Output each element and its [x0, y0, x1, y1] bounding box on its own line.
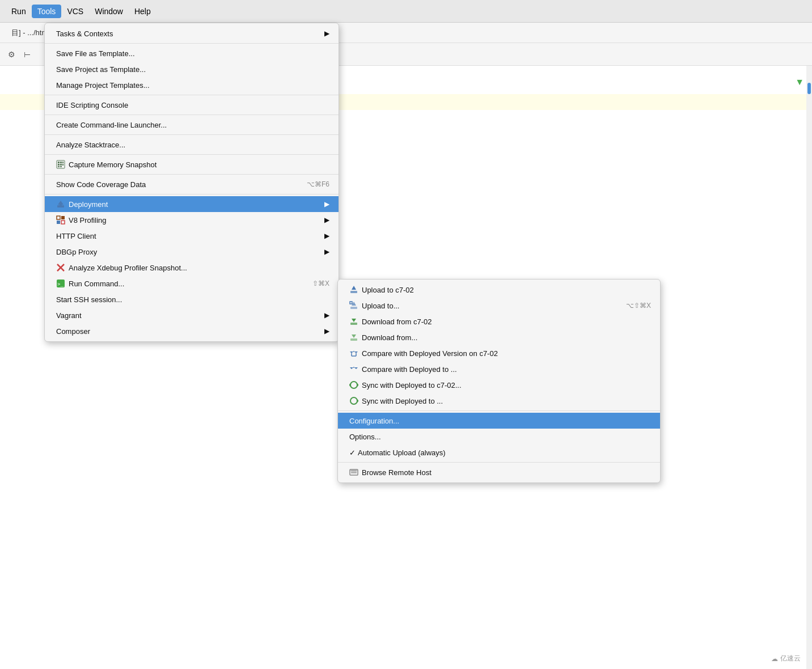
menu-item-sync-deployed-to[interactable]: Sync with Deployed to ...: [338, 393, 660, 409]
save-file-template-label: Save File as Template...: [56, 49, 135, 58]
scrollbar-right[interactable]: [806, 66, 812, 669]
watermark-text: 亿速云: [780, 654, 801, 663]
show-code-coverage-label: Show Code Coverage Data: [56, 180, 146, 189]
v8-profiling-arrow: ▶: [324, 216, 329, 224]
svg-rect-7: [58, 166, 60, 167]
toolbar-gear-icon[interactable]: ⚙: [5, 48, 18, 61]
menu-item-composer[interactable]: Composer ▶: [45, 323, 339, 339]
browse-remote-host-icon: [349, 468, 358, 477]
menu-item-manage-project-templates[interactable]: Manage Project Templates...: [45, 77, 339, 93]
v8-profiling-label: V8 Profiling: [69, 216, 106, 225]
menu-tools[interactable]: Tools: [32, 5, 62, 18]
menu-item-analyze-stacktrace[interactable]: Analyze Stacktrace...: [45, 137, 339, 153]
svg-rect-24: [350, 302, 352, 304]
svg-rect-8: [60, 166, 62, 167]
separator-1: [45, 43, 339, 44]
menu-item-tasks-contexts[interactable]: Tasks & Contexts ▶: [45, 26, 339, 41]
menu-item-capture-memory-snapshot[interactable]: Capture Memory Snapshot: [45, 156, 339, 172]
svg-marker-15: [61, 221, 65, 224]
svg-rect-1: [58, 162, 60, 163]
svg-rect-20: [350, 291, 357, 293]
menu-item-browse-remote-host[interactable]: Browse Remote Host: [338, 464, 660, 480]
separator-2: [45, 95, 339, 95]
menu-help[interactable]: Help: [129, 5, 157, 18]
svg-rect-45: [350, 469, 358, 471]
run-command-label: Run Command...: [69, 280, 124, 288]
menu-item-deployment[interactable]: Deployment ▶: [45, 196, 339, 212]
scroll-thumb[interactable]: [807, 83, 811, 94]
menu-run[interactable]: Run: [6, 5, 32, 18]
menu-item-upload-to[interactable]: Upload to... ⌥⇧⌘X: [338, 298, 660, 314]
menu-item-upload-c7-02[interactable]: Upload to c7-02: [338, 282, 660, 298]
compare-deployed-to-icon: [349, 365, 358, 374]
http-client-arrow: ▶: [324, 232, 329, 240]
menu-item-save-file-template[interactable]: Save File as Template...: [45, 45, 339, 61]
browse-remote-host-label: Browse Remote Host: [362, 468, 432, 477]
menu-item-http-client[interactable]: HTTP Client ▶: [45, 228, 339, 244]
tasks-contexts-label: Tasks & Contexts: [56, 29, 113, 38]
menu-item-save-project-template[interactable]: Save Project as Template...: [45, 61, 339, 77]
upload-c7-02-label: Upload to c7-02: [362, 286, 414, 294]
menu-window[interactable]: Window: [89, 5, 129, 18]
run-command-shortcut: ⇧⌘X: [312, 280, 329, 287]
memory-snapshot-icon: [56, 160, 65, 169]
svg-marker-37: [354, 367, 358, 369]
deployment-arrow: ▶: [324, 200, 329, 208]
composer-label: Composer: [56, 327, 90, 336]
menu-item-create-cmdline-launcher[interactable]: Create Command-line Launcher...: [45, 117, 339, 133]
menu-item-ide-scripting-console[interactable]: IDE Scripting Console: [45, 97, 339, 113]
capture-memory-snapshot-label: Capture Memory Snapshot: [69, 160, 157, 169]
separator-6: [45, 174, 339, 175]
show-code-coverage-shortcut: ⌥⌘F6: [307, 180, 329, 188]
sync-deployed-c7-02-icon: [349, 380, 358, 389]
create-cmdline-launcher-label: Create Command-line Launcher...: [56, 121, 167, 129]
start-ssh-session-label: Start SSH session...: [56, 295, 122, 304]
svg-marker-13: [61, 216, 65, 219]
menu-item-compare-deployed-to[interactable]: Compare with Deployed to ...: [338, 361, 660, 377]
menu-item-run-command[interactable]: >_ Run Command... ⇧⌘X: [45, 276, 339, 291]
svg-rect-44: [351, 472, 357, 473]
upload-to-label: Upload to...: [362, 302, 400, 310]
analyze-stacktrace-label: Analyze Stacktrace...: [56, 141, 125, 149]
composer-arrow: ▶: [324, 327, 329, 335]
upload-to-icon: [349, 301, 358, 310]
svg-marker-26: [352, 319, 356, 322]
upload-to-shortcut: ⌥⇧⌘X: [626, 302, 651, 310]
watermark: ☁ 亿速云: [771, 654, 801, 663]
menu-item-start-ssh-session[interactable]: Start SSH session...: [45, 291, 339, 307]
separator-5: [45, 154, 339, 155]
menu-item-v8-profiling[interactable]: V8 Profiling ▶: [45, 212, 339, 228]
svg-marker-36: [350, 367, 353, 369]
download-from-c7-02-label: Download from c7-02: [362, 317, 432, 326]
menu-item-vagrant[interactable]: Vagrant ▶: [45, 307, 339, 323]
menu-item-dbgp-proxy[interactable]: DBGp Proxy ▶: [45, 244, 339, 260]
sync-deployed-c7-02-label: Sync with Deployed to c7-02...: [362, 381, 462, 389]
deployment-label: Deployment: [69, 200, 108, 209]
v8-profiling-icon: [56, 215, 65, 225]
svg-rect-5: [60, 164, 62, 166]
menu-item-download-from-c7-02[interactable]: Download from c7-02: [338, 314, 660, 329]
svg-text:>_: >_: [57, 281, 64, 287]
sync-deployed-to-label: Sync with Deployed to ...: [362, 397, 443, 405]
menu-item-compare-deployed-c7-02[interactable]: Compare with Deployed Version on c7-02: [338, 345, 660, 361]
menu-item-sync-deployed-c7-02[interactable]: Sync with Deployed to c7-02...: [338, 377, 660, 393]
svg-marker-21: [352, 286, 356, 290]
svg-marker-14: [57, 221, 60, 224]
menu-item-analyze-xdebug[interactable]: Analyze Xdebug Profiler Snapshot...: [45, 260, 339, 276]
save-project-template-label: Save Project as Template...: [56, 65, 146, 74]
menu-item-show-code-coverage[interactable]: Show Code Coverage Data ⌥⌘F6: [45, 176, 339, 192]
tools-dropdown-menu: Tasks & Contexts ▶ Save File as Template…: [44, 23, 339, 342]
menu-item-download-from[interactable]: Download from...: [338, 329, 660, 345]
toolbar-arrow-icon[interactable]: ⊢: [20, 48, 34, 61]
menu-item-options[interactable]: Options...: [338, 429, 660, 444]
deployment-dropdown-menu: Upload to c7-02 Upload to... ⌥⇧⌘X Downlo…: [337, 279, 661, 483]
dbgp-proxy-label: DBGp Proxy: [56, 248, 97, 256]
svg-marker-31: [354, 352, 358, 353]
menu-item-configuration[interactable]: Configuration...: [338, 413, 660, 429]
separator-4: [45, 134, 339, 135]
menu-item-automatic-upload[interactable]: ✓ Automatic Upload (always): [338, 444, 660, 460]
separator-3: [45, 115, 339, 115]
menu-vcs[interactable]: VCS: [61, 5, 89, 18]
compare-deployed-c7-02-label: Compare with Deployed Version on c7-02: [362, 349, 498, 358]
green-chevron-icon: ▼: [795, 77, 804, 87]
